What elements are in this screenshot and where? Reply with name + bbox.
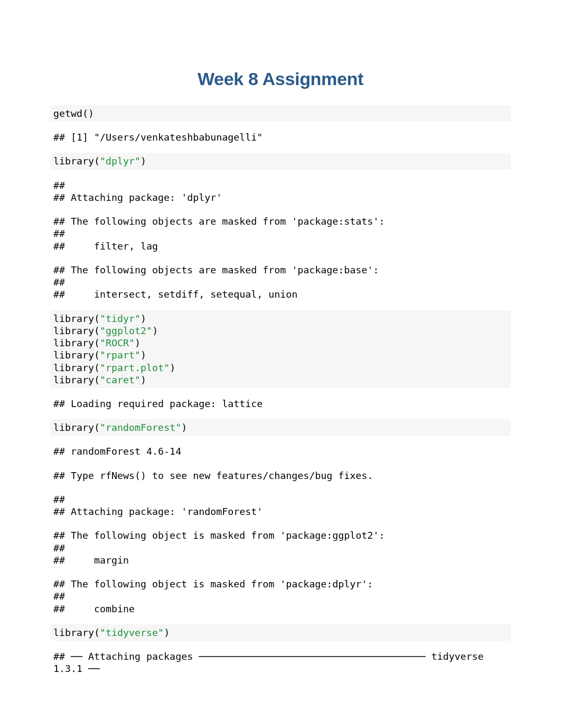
fn-call: library( [53,313,100,324]
output-block: ## ## Attaching package: 'dplyr' [50,177,511,206]
output-block: ## Loading required package: lattice [50,395,511,412]
fn-call: library( [53,627,100,638]
output-text: ## The following object is masked from '… [50,576,511,617]
output-block: ## [1] "/Users/venkateshbabunagelli" [50,129,511,145]
string-literal: "tidyr" [100,313,141,324]
code-text: library("randomForest") [50,419,511,436]
fn-call-end: ) [164,627,170,638]
fn-call: library( [53,337,100,348]
output-text: ## [1] "/Users/venkateshbabunagelli" [50,129,511,145]
output-text: ## ── Attaching packages ───────────────… [50,648,511,677]
string-literal: "dplyr" [100,155,141,167]
code-text: library("tidyr") library("ggplot2") libr… [50,310,511,388]
fn-call-end: ) [141,374,146,385]
fn-call-end: ) [141,349,146,361]
string-literal: "tidyverse" [100,627,164,638]
fn-call: library( [53,374,100,385]
output-text: ## The following objects are masked from… [50,262,511,303]
output-block: ## randomForest 4.6-14 [50,443,511,459]
fn-call: library( [53,422,100,433]
code-text: library("tidyverse") [50,624,511,641]
string-literal: "rpart" [100,349,141,361]
output-text: ## Type rfNews() to see new features/cha… [50,467,511,484]
output-block: ## The following object is masked from '… [50,527,511,568]
string-literal: "randomForest" [100,422,181,433]
code-block: library("tidyverse") [50,624,511,641]
output-block: ## The following object is masked from '… [50,576,511,617]
output-text: ## ## Attaching package: 'dplyr' [50,177,511,206]
code-block: library("randomForest") [50,419,511,436]
fn-call: library( [53,325,100,336]
fn-call-end: ) [141,155,146,167]
fn-call-end: ) [181,422,187,433]
output-text: ## randomForest 4.6-14 [50,443,511,459]
output-text: ## The following objects are masked from… [50,213,511,254]
string-literal: "rpart.plot" [100,362,170,373]
fn-call-end: ) [152,325,158,336]
code-text: library("dplyr") [50,153,511,169]
code-block: library("dplyr") [50,153,511,169]
fn-call: library( [53,349,100,361]
document-page: Week 8 Assignment getwd() ## [1] "/Users… [0,0,561,728]
output-text: ## The following object is masked from '… [50,527,511,568]
fn-call: library( [53,362,100,373]
code-block: getwd() [50,105,511,122]
page-title: Week 8 Assignment [50,69,511,89]
fn-call-end: ) [170,362,175,373]
output-block: ## ## Attaching package: 'randomForest' [50,491,511,520]
fn-call-end: ) [141,313,146,324]
output-block: ## The following objects are masked from… [50,213,511,254]
fn-call-end: ) [135,337,141,348]
output-block: ## ── Attaching packages ───────────────… [50,648,511,677]
code-block: library("tidyr") library("ggplot2") libr… [50,310,511,388]
code-text: getwd() [50,105,511,122]
fn-call: library( [53,155,100,167]
output-block: ## The following objects are masked from… [50,262,511,303]
output-block: ## Type rfNews() to see new features/cha… [50,467,511,484]
output-text: ## ## Attaching package: 'randomForest' [50,491,511,520]
string-literal: "ROCR" [100,337,135,348]
string-literal: "caret" [100,374,141,385]
output-text: ## Loading required package: lattice [50,395,511,412]
string-literal: "ggplot2" [100,325,152,336]
